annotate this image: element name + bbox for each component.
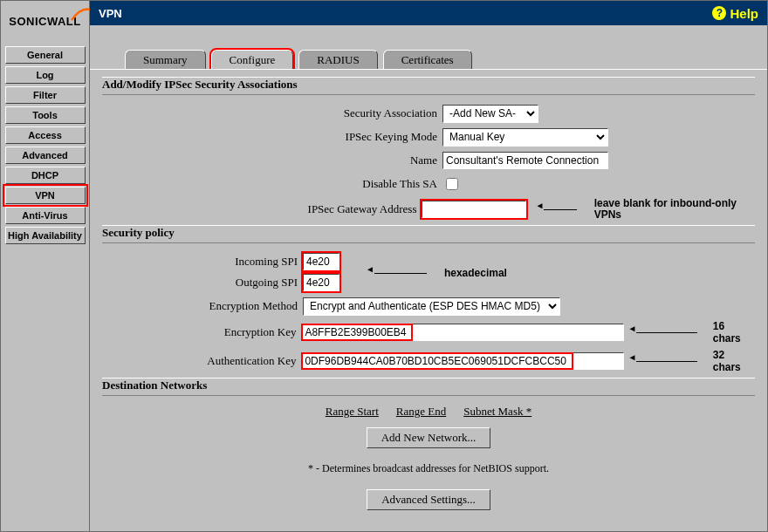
nav-dhcp[interactable]: DHCP xyxy=(5,167,86,184)
label-encryption-method: Encryption Method xyxy=(102,299,303,313)
tab-radius[interactable]: RADIUS xyxy=(298,50,377,69)
sidebar: SONICWALL General Log Filter Tools Acces… xyxy=(1,1,90,531)
checkbox-disable-sa[interactable] xyxy=(446,178,458,190)
page-title: VPN xyxy=(99,7,122,20)
help-label: Help xyxy=(730,6,758,21)
content-area: Add/Modify IPSec Security Associations S… xyxy=(90,69,767,531)
section-security-policy: Security policy xyxy=(102,225,755,243)
label-outgoing-spi: Outgoing SPI xyxy=(102,276,303,290)
annotation-enc-key: 16 chars xyxy=(627,320,755,344)
brand-logo: SONICWALL xyxy=(2,3,89,39)
annotation-gateway: leave blank for inbound-only VPNs xyxy=(535,198,755,221)
help-icon: ? xyxy=(712,6,726,20)
input-outgoing-spi[interactable] xyxy=(303,274,339,291)
label-incoming-spi: Incoming SPI xyxy=(102,255,303,269)
label-auth-key: Authentication Key xyxy=(102,354,301,368)
input-name[interactable] xyxy=(442,152,608,169)
input-incoming-spi[interactable] xyxy=(303,253,339,270)
label-gateway: IPSec Gateway Address xyxy=(102,202,422,216)
nav-log[interactable]: Log xyxy=(5,66,86,84)
select-security-association[interactable]: -Add New SA- xyxy=(442,105,538,123)
annotation-spi: hexadecimal xyxy=(366,266,507,280)
section-add-modify: Add/Modify IPSec Security Associations xyxy=(102,77,755,95)
nav-advanced[interactable]: Advanced xyxy=(5,147,86,164)
label-security-association: Security Association xyxy=(102,106,442,120)
nav-access[interactable]: Access xyxy=(5,126,86,144)
titlebar: VPN ? Help xyxy=(90,1,767,25)
select-keying-mode[interactable]: Manual Key xyxy=(442,128,608,147)
label-name: Name xyxy=(102,153,442,167)
select-encryption-method[interactable]: Encrypt and Authenticate (ESP DES HMAC M… xyxy=(303,297,560,316)
add-network-button[interactable]: Add New Network... xyxy=(367,427,491,448)
dest-table-header: Range Start Range End Subnet Mask * xyxy=(102,405,755,419)
section-destination: Destination Networks xyxy=(102,378,755,396)
col-range-start: Range Start xyxy=(326,405,379,419)
label-encryption-key: Encryption Key xyxy=(102,325,301,339)
tab-configure[interactable]: Configure xyxy=(211,50,294,69)
tab-summary[interactable]: Summary xyxy=(125,50,206,69)
nav-vpn[interactable]: VPN xyxy=(5,187,86,204)
label-disable-sa: Disable This SA xyxy=(102,177,442,191)
nav-antivirus[interactable]: Anti-Virus xyxy=(5,207,86,224)
tab-certificates[interactable]: Certificates xyxy=(383,50,472,69)
col-subnet: Subnet Mask * xyxy=(463,405,531,419)
help-link[interactable]: ? Help xyxy=(712,6,758,21)
nav-general[interactable]: General xyxy=(5,46,86,64)
annotation-auth-key: 32 chars xyxy=(627,349,755,373)
nav-high-availability[interactable]: High Availability xyxy=(5,227,86,244)
advanced-settings-button[interactable]: Advanced Settings... xyxy=(367,489,490,510)
nav-tools[interactable]: Tools xyxy=(5,106,86,124)
input-gateway[interactable] xyxy=(422,201,526,218)
tabs: Summary Configure RADIUS Certificates xyxy=(90,25,767,69)
input-encryption-key[interactable] xyxy=(301,324,624,341)
input-auth-key[interactable] xyxy=(301,352,624,370)
main-panel: VPN ? Help Summary Configure RADIUS Cert… xyxy=(90,1,767,531)
nav-filter[interactable]: Filter xyxy=(5,86,86,104)
col-range-end: Range End xyxy=(396,405,446,419)
netbios-note: * - Determines broadcast addresses for N… xyxy=(102,462,755,475)
label-keying-mode: IPSec Keying Mode xyxy=(102,130,442,144)
